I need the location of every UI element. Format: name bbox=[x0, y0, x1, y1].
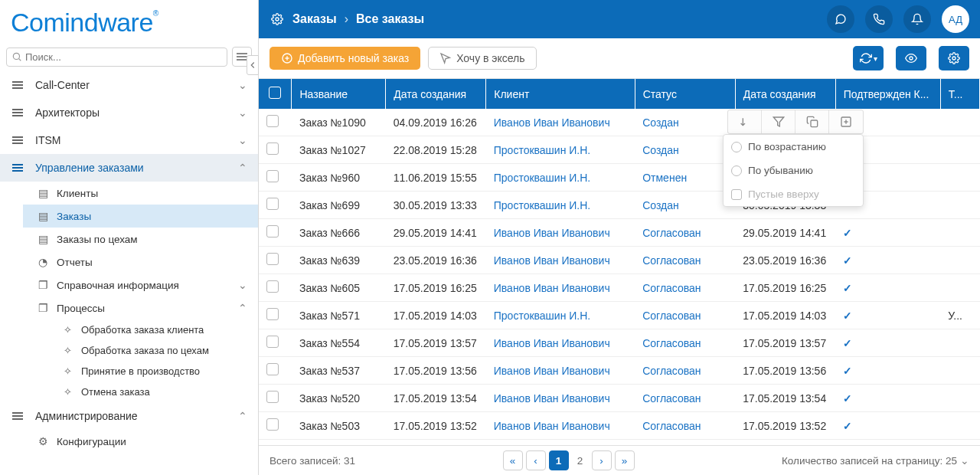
cell-status[interactable]: Согласован bbox=[635, 247, 735, 274]
cell-status[interactable]: Согласован bbox=[635, 412, 735, 440]
sidebar-item-process-client-order[interactable]: ✧Обработка заказа клиента bbox=[47, 319, 258, 340]
chat-button[interactable] bbox=[827, 5, 854, 33]
column-name[interactable]: Название bbox=[292, 79, 386, 109]
pager-page-1[interactable]: 1 bbox=[549, 450, 569, 470]
row-checkbox[interactable] bbox=[266, 170, 279, 182]
sort-asc-option[interactable]: По возрастанию bbox=[724, 135, 863, 159]
column-created[interactable]: Дата создания bbox=[386, 79, 486, 109]
cell-client[interactable]: Иванов Иван Иванович bbox=[486, 357, 635, 385]
cell-status[interactable]: Согласован bbox=[635, 219, 735, 247]
settings-button[interactable] bbox=[270, 11, 285, 27]
cell-status[interactable]: Согласован bbox=[635, 357, 735, 385]
table-row[interactable]: Заказ №48617.05.2019 13:52Иванов Иван Ив… bbox=[259, 440, 980, 446]
column-confirmed[interactable]: Подтвержден К... bbox=[835, 79, 940, 109]
sidebar-item-itsm[interactable]: ITSM ⌄ bbox=[0, 126, 258, 154]
table-row[interactable]: Заказ №50317.05.2019 13:52Иванов Иван Ив… bbox=[259, 412, 980, 440]
call-button[interactable] bbox=[865, 5, 893, 33]
row-checkbox[interactable] bbox=[266, 363, 279, 375]
sidebar-item-process-accept-production[interactable]: ✧Принятие в производство bbox=[47, 361, 258, 382]
search-input[interactable] bbox=[22, 51, 222, 63]
cell-client[interactable]: Иванов Иван Иванович bbox=[486, 274, 635, 302]
sidebar-item-callcenter[interactable]: Call-Center ⌄ bbox=[0, 71, 258, 99]
pager-prev[interactable]: ‹ bbox=[526, 450, 546, 470]
sidebar-item-admin[interactable]: Администрирование ⌃ bbox=[0, 402, 258, 430]
preview-button[interactable] bbox=[896, 46, 926, 70]
column-checkbox[interactable] bbox=[259, 79, 292, 109]
column-created2[interactable]: Дата создания bbox=[735, 79, 835, 109]
sort-desc-option[interactable]: По убыванию bbox=[724, 159, 863, 182]
cell-client[interactable]: Простоквашин И.Н. bbox=[486, 136, 635, 164]
table-row[interactable]: Заказ №57117.05.2019 14:03Простоквашин И… bbox=[259, 302, 980, 329]
cell-status[interactable]: Согласован bbox=[635, 385, 735, 412]
column-status[interactable]: Статус bbox=[635, 79, 735, 109]
avatar[interactable]: АД bbox=[942, 5, 969, 33]
row-checkbox[interactable] bbox=[266, 280, 279, 293]
pager-first[interactable]: « bbox=[503, 450, 523, 470]
table-row[interactable]: Заказ №53717.05.2019 13:56Иванов Иван Ив… bbox=[259, 357, 980, 385]
sidebar-item-reference[interactable]: ❐Справочная информация⌄ bbox=[23, 274, 258, 296]
copy-column-tool[interactable] bbox=[795, 110, 829, 133]
table-row[interactable]: Заказ №102722.08.2019 15:28Простоквашин … bbox=[259, 136, 980, 164]
export-excel-button[interactable]: Хочу в эксель bbox=[428, 47, 536, 70]
row-checkbox[interactable] bbox=[266, 308, 279, 320]
table-settings-button[interactable] bbox=[939, 46, 969, 70]
per-page-selector[interactable]: Количество записей на страницу: 25⌄ bbox=[782, 454, 969, 467]
row-checkbox[interactable] bbox=[266, 253, 279, 265]
cell-client[interactable]: Иванов Иван Иванович bbox=[486, 247, 635, 274]
table-row[interactable]: Заказ №69930.05.2019 13:33Простоквашин И… bbox=[259, 192, 980, 219]
column-t[interactable]: Т... bbox=[940, 79, 979, 109]
table-row[interactable]: Заказ №66629.05.2019 14:41Иванов Иван Ив… bbox=[259, 219, 980, 247]
sidebar-item-orders[interactable]: ▤Заказы bbox=[23, 205, 258, 228]
sidebar-item-process-cancel-order[interactable]: ✧Отмена заказа bbox=[47, 382, 258, 402]
row-checkbox[interactable] bbox=[266, 115, 279, 127]
cell-client[interactable]: Иванов Иван Иванович bbox=[486, 412, 635, 440]
sidebar-collapse-handle[interactable] bbox=[247, 55, 259, 75]
cell-client[interactable]: Иванов Иван Иванович bbox=[486, 385, 635, 412]
pager-page-2[interactable]: 2 bbox=[572, 455, 589, 467]
pager-next[interactable]: › bbox=[592, 450, 612, 470]
notifications-button[interactable] bbox=[903, 5, 931, 33]
sidebar-item-configurations[interactable]: ⚙Конфигурации bbox=[23, 430, 258, 453]
table-row[interactable]: Заказ №96011.06.2019 15:55Простоквашин И… bbox=[259, 164, 980, 192]
sidebar-item-architects[interactable]: Архитекторы ⌄ bbox=[0, 99, 258, 126]
row-checkbox[interactable] bbox=[266, 418, 279, 431]
table-row[interactable]: Заказ №52017.05.2019 13:54Иванов Иван Ив… bbox=[259, 385, 980, 412]
add-order-button[interactable]: Добавить новый заказ bbox=[270, 47, 420, 70]
pager-last[interactable]: » bbox=[615, 450, 635, 470]
sort-tool[interactable] bbox=[728, 110, 762, 133]
sidebar-item-clients[interactable]: ▤Клиенты bbox=[23, 182, 258, 205]
row-checkbox[interactable] bbox=[266, 142, 279, 155]
table-row[interactable]: Заказ №60517.05.2019 16:25Иванов Иван Ив… bbox=[259, 274, 980, 302]
cell-status[interactable]: Создан bbox=[635, 136, 735, 164]
cell-status[interactable]: Согласован bbox=[635, 302, 735, 329]
row-checkbox[interactable] bbox=[266, 225, 279, 238]
table-row[interactable]: Заказ №109004.09.2019 16:26Иванов Иван И… bbox=[259, 109, 980, 136]
cell-client[interactable]: Иванов Иван Иванович bbox=[486, 440, 635, 446]
cell-status[interactable]: Отменен bbox=[635, 164, 735, 192]
refresh-button[interactable]: ▾ bbox=[853, 46, 884, 70]
sort-empty-top-option[interactable]: Пустые вверху bbox=[724, 182, 863, 206]
cell-status[interactable]: Согласован bbox=[635, 274, 735, 302]
sidebar-item-process-workshop-order[interactable]: ✧Обработка заказа по цехам bbox=[47, 340, 258, 361]
cell-client[interactable]: Простоквашин И.Н. bbox=[486, 164, 635, 192]
breadcrumb-all-orders[interactable]: Все заказы bbox=[356, 12, 424, 26]
table-row[interactable]: Заказ №63923.05.2019 16:36Иванов Иван Ив… bbox=[259, 247, 980, 274]
row-checkbox[interactable] bbox=[266, 198, 279, 210]
sidebar-item-workshop-orders[interactable]: ▤Заказы по цехам bbox=[23, 228, 258, 251]
row-checkbox[interactable] bbox=[266, 336, 279, 348]
row-checkbox[interactable] bbox=[266, 391, 279, 403]
table-row[interactable]: Заказ №55417.05.2019 13:57Иванов Иван Ив… bbox=[259, 329, 980, 357]
search-box[interactable] bbox=[6, 48, 227, 67]
sidebar-item-orders-management[interactable]: Управление заказами ⌃ bbox=[0, 154, 258, 182]
cell-client[interactable]: Иванов Иван Иванович bbox=[486, 109, 635, 136]
breadcrumb-orders[interactable]: Заказы bbox=[292, 12, 337, 26]
sidebar-item-reports[interactable]: ◔Отчеты bbox=[23, 251, 258, 274]
cell-client[interactable]: Простоквашин И.Н. bbox=[486, 192, 635, 219]
cell-status[interactable]: Согласован bbox=[635, 440, 735, 446]
sidebar-item-processes[interactable]: ❐Процессы⌃ bbox=[23, 296, 258, 319]
add-column-tool[interactable] bbox=[829, 110, 863, 133]
cell-client[interactable]: Простоквашин И.Н. bbox=[486, 302, 635, 329]
cell-status[interactable]: Создан bbox=[635, 192, 735, 219]
cell-client[interactable]: Иванов Иван Иванович bbox=[486, 329, 635, 357]
cell-client[interactable]: Иванов Иван Иванович bbox=[486, 219, 635, 247]
